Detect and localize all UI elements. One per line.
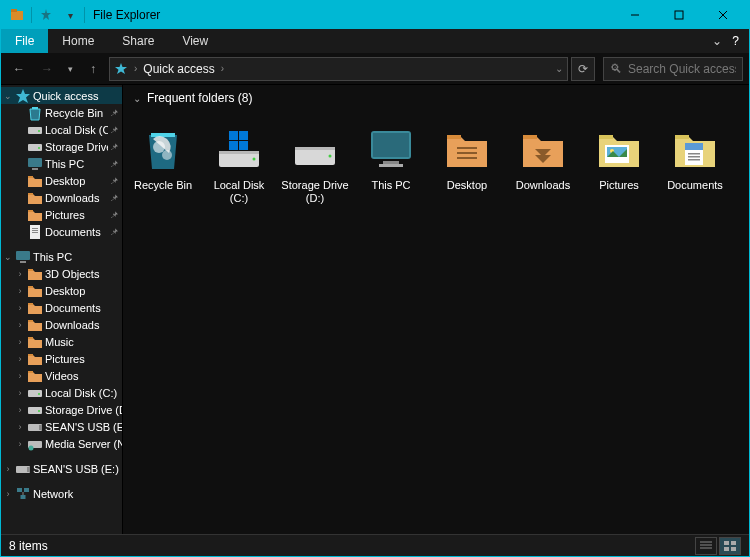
sidebar-item-label: 3D Objects (45, 268, 122, 280)
sidebar-item[interactable]: Recycle Bin 📌︎ (1, 104, 122, 121)
sidebar-item[interactable]: › Videos (1, 367, 122, 384)
svg-rect-24 (457, 152, 477, 154)
chevron-right-icon[interactable]: › (15, 354, 25, 364)
sidebar-item[interactable]: Pictures 📌︎ (1, 206, 122, 223)
svg-rect-0 (11, 11, 23, 20)
folder-tile[interactable]: Desktop (429, 119, 505, 209)
chevron-down-icon[interactable]: ⌄ (3, 91, 13, 101)
sidebar-item[interactable]: Desktop 📌︎ (1, 172, 122, 189)
folder-tile[interactable]: This PC (353, 119, 429, 209)
details-view-button[interactable] (695, 537, 717, 555)
svg-rect-3 (675, 11, 683, 19)
file-menu[interactable]: File (1, 29, 48, 53)
chevron-right-icon[interactable]: › (15, 439, 25, 449)
search-box[interactable]: 🔍︎ (603, 57, 743, 81)
ribbon-expand-icon[interactable]: ⌄ ? (702, 29, 749, 53)
chevron-right-icon[interactable]: › (3, 464, 13, 474)
tab-view[interactable]: View (168, 29, 222, 53)
sidebar-item[interactable]: › Pictures (1, 350, 122, 367)
chevron-down-icon[interactable]: ⌄ (3, 252, 13, 262)
tiles-view-button[interactable] (719, 537, 741, 555)
refresh-button[interactable]: ⟳ (571, 57, 595, 81)
close-button[interactable] (701, 1, 745, 29)
sidebar-item[interactable]: › Documents (1, 299, 122, 316)
chevron-right-icon[interactable]: › (134, 63, 137, 74)
sidebar-item[interactable]: › Downloads (1, 316, 122, 333)
back-button[interactable]: ← (7, 57, 31, 81)
chevron-right-icon[interactable]: › (15, 371, 25, 381)
sidebar-item-label: Pictures (45, 353, 122, 365)
sidebar-item-label: Music (45, 336, 122, 348)
chevron-right-icon[interactable]: › (15, 303, 25, 313)
sidebar-item[interactable]: Downloads 📌︎ (1, 189, 122, 206)
folder-tile[interactable]: Recycle Bin (125, 119, 201, 209)
sidebar-item[interactable]: Documents 📌︎ (1, 223, 122, 240)
folder-orange-icon (27, 190, 43, 206)
section-header[interactable]: ⌄ Frequent folders (8) (123, 85, 749, 111)
drive-icon (27, 122, 43, 138)
svg-rect-42 (724, 547, 729, 551)
pc-icon (15, 249, 31, 265)
address-dropdown-icon[interactable]: ⌄ (555, 63, 563, 74)
sidebar-group-network[interactable]: › Network (1, 485, 122, 502)
sidebar-item[interactable]: › SEAN'S USB (E:) (1, 418, 122, 435)
chevron-right-icon[interactable]: › (3, 489, 13, 499)
chevron-right-icon[interactable]: › (15, 337, 25, 347)
qa-icon[interactable] (38, 7, 54, 23)
breadcrumb[interactable]: Quick access (143, 62, 214, 76)
sidebar-item-label: Desktop (45, 175, 108, 187)
chevron-right-icon[interactable]: › (15, 405, 25, 415)
folder-orange-icon (27, 317, 43, 333)
sidebar-group-label: Network (33, 488, 122, 500)
doc-icon (27, 224, 43, 240)
tab-share[interactable]: Share (108, 29, 168, 53)
minimize-button[interactable] (613, 1, 657, 29)
svg-rect-26 (523, 135, 537, 139)
sidebar-group-usb[interactable]: › SEAN'S USB (E:) (1, 460, 122, 477)
chevron-down-icon[interactable]: ⌄ (133, 93, 141, 104)
sidebar-item-label: Storage Drive (D:) (45, 404, 122, 416)
up-button[interactable]: ↑ (81, 57, 105, 81)
folder-tile[interactable]: Local Disk (C:) (201, 119, 277, 209)
pin-icon: 📌︎ (110, 159, 120, 169)
sidebar-item[interactable]: › Storage Drive (D:) (1, 401, 122, 418)
sidebar-group-quick-access[interactable]: ⌄ Quick access (1, 87, 122, 104)
sidebar-group-this-pc[interactable]: ⌄ This PC (1, 248, 122, 265)
chevron-right-icon[interactable]: › (15, 320, 25, 330)
dropdown-icon[interactable]: ▾ (62, 7, 78, 23)
sidebar-item-label: Documents (45, 226, 108, 238)
search-input[interactable] (628, 62, 736, 76)
chevron-right-icon[interactable]: › (15, 269, 25, 279)
content-pane[interactable]: ⌄ Frequent folders (8) Recycle Bin Local… (123, 85, 749, 534)
forward-button[interactable]: → (35, 57, 59, 81)
folder-tile[interactable]: Downloads (505, 119, 581, 209)
tab-home[interactable]: Home (48, 29, 108, 53)
folder-tile[interactable]: Storage Drive (D:) (277, 119, 353, 209)
folder-orange-icon (27, 351, 43, 367)
sidebar-item[interactable]: Local Disk (C:) 📌︎ (1, 121, 122, 138)
sidebar-item[interactable]: › Desktop (1, 282, 122, 299)
sidebar-item-label: This PC (45, 158, 108, 170)
chevron-right-icon[interactable]: › (221, 63, 224, 74)
svg-rect-36 (688, 159, 700, 161)
usb-icon (27, 419, 43, 435)
folder-orange-icon (27, 300, 43, 316)
sidebar-item[interactable]: This PC 📌︎ (1, 155, 122, 172)
chevron-right-icon[interactable]: › (15, 388, 25, 398)
recent-locations-button[interactable]: ▾ (63, 57, 77, 81)
sidebar-item[interactable]: › Music (1, 333, 122, 350)
chevron-right-icon[interactable]: › (15, 286, 25, 296)
folder-tile[interactable]: Pictures (581, 119, 657, 209)
address-bar[interactable]: › Quick access › ⌄ (109, 57, 568, 81)
sidebar-item-label: SEAN'S USB (E:) (45, 421, 122, 433)
sidebar-item[interactable]: › Local Disk (C:) (1, 384, 122, 401)
maximize-button[interactable] (657, 1, 701, 29)
folder-tile[interactable]: Documents (657, 119, 733, 209)
svg-rect-31 (675, 135, 689, 139)
sidebar-item[interactable]: Storage Drive (D:) 📌︎ (1, 138, 122, 155)
chevron-right-icon[interactable]: › (15, 422, 25, 432)
sidebar-item[interactable]: › Media Server (N:) (1, 435, 122, 452)
sidebar[interactable]: ⌄ Quick access Recycle Bin 📌︎ Local Disk… (1, 85, 123, 534)
sidebar-item[interactable]: › 3D Objects (1, 265, 122, 282)
svg-rect-9 (219, 151, 259, 154)
